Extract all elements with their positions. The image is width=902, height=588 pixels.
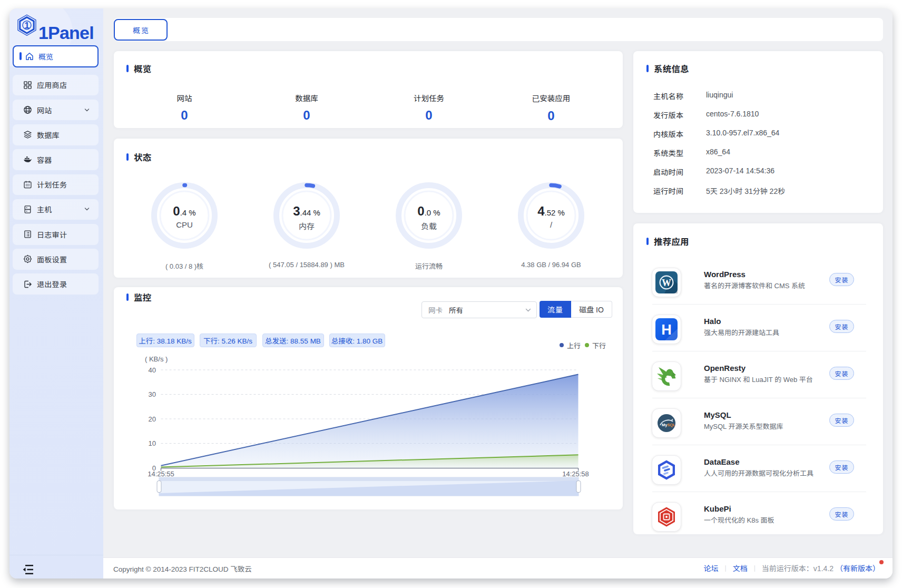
- svg-text:( KB/s ): ( KB/s ): [145, 355, 168, 363]
- svg-text:MySQL: MySQL: [662, 423, 675, 427]
- svg-text:H: H: [661, 321, 672, 337]
- svg-text:W: W: [662, 277, 671, 288]
- svg-text:40: 40: [149, 366, 156, 374]
- svg-text:1: 1: [24, 21, 29, 30]
- svg-text:20: 20: [149, 415, 156, 423]
- svg-text:14:25:55: 14:25:55: [148, 470, 174, 478]
- svg-text:14:25:58: 14:25:58: [562, 470, 589, 478]
- svg-text:10: 10: [149, 439, 156, 447]
- svg-text:30: 30: [149, 390, 156, 398]
